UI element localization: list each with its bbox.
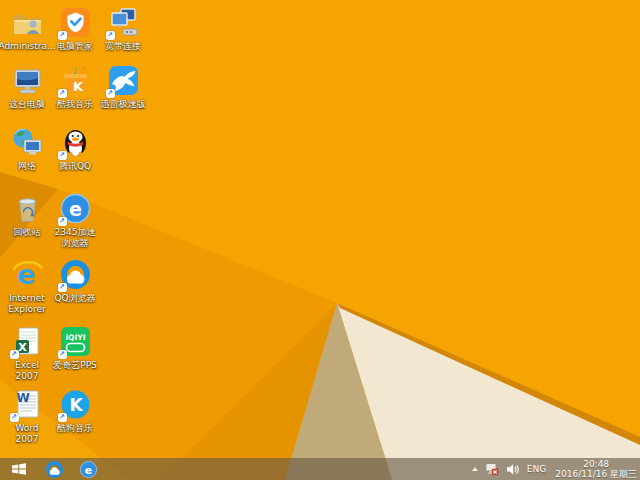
browser-e-icon: e xyxy=(79,460,98,479)
svg-text:e: e xyxy=(84,463,91,476)
icon-label: 回收站 xyxy=(14,227,41,238)
browser-e-icon: e xyxy=(59,192,92,225)
shortcut-arrow-icon xyxy=(58,89,67,98)
desktop-icon-word[interactable]: W Word 2007 xyxy=(3,388,51,445)
computer-icon xyxy=(11,64,44,97)
broadband-connection-icon xyxy=(107,6,140,39)
icon-label: 酷狗音乐 xyxy=(57,423,93,434)
svg-text:X: X xyxy=(18,341,27,354)
internet-explorer-icon: e xyxy=(11,258,44,291)
globe-network-icon xyxy=(11,126,44,159)
shortcut-arrow-icon xyxy=(58,31,67,40)
volume-icon[interactable] xyxy=(506,463,520,476)
taskbar-2345-browser[interactable]: e xyxy=(76,458,100,480)
clock-date: 2016/11/16 星期三 xyxy=(555,469,637,479)
desktop-icon-internet-explorer[interactable]: e Internet Explorer xyxy=(3,258,51,315)
desktop-icon-broadband[interactable]: 宽带连接 xyxy=(99,6,147,52)
svg-text:K: K xyxy=(69,395,83,415)
icon-label: 电脑管家 xyxy=(57,41,93,52)
desktop-icon-this-pc[interactable]: 这台电脑 xyxy=(3,64,51,110)
cloud-ring-icon xyxy=(45,460,64,479)
desktop[interactable]: Administra... 电脑管家 宽带连接 xyxy=(0,0,640,480)
shortcut-arrow-icon xyxy=(58,413,67,422)
desktop-icon-pc-manager[interactable]: 电脑管家 xyxy=(51,6,99,52)
desktop-icon-recycle-bin[interactable]: 回收站 xyxy=(3,192,51,238)
icon-label: 这台电脑 xyxy=(9,99,45,110)
excel-document-icon: X xyxy=(11,325,44,358)
desktop-icon-excel[interactable]: X Excel 2007 xyxy=(3,325,51,382)
shortcut-arrow-icon xyxy=(58,217,67,226)
taskbar: e ENG 20:48 2016/11/16 星期三 xyxy=(0,458,640,480)
icon-label: Administra... xyxy=(0,41,56,52)
system-tray: ENG 20:48 2016/11/16 星期三 xyxy=(472,458,637,480)
icon-label: 宽带连接 xyxy=(105,41,141,52)
icon-label: Excel 2007 xyxy=(3,360,51,382)
icon-label: 网络 xyxy=(18,161,36,172)
desktop-icon-qq-browser[interactable]: QQ浏览器 xyxy=(51,258,99,304)
bird-icon xyxy=(107,64,140,97)
icon-label: 迅雷极速版 xyxy=(101,99,146,110)
shortcut-arrow-icon xyxy=(58,283,67,292)
desktop-icon-kugou[interactable]: K 酷狗音乐 xyxy=(51,388,99,434)
svg-text:iQIYI: iQIYI xyxy=(65,333,85,342)
desktop-icon-iqiyi[interactable]: iQIYI 爱奇艺PPS xyxy=(51,325,99,371)
icon-label: 酷我音乐 xyxy=(57,99,93,110)
user-folder-icon xyxy=(11,6,44,39)
desktop-icon-administrator[interactable]: Administra... xyxy=(3,6,51,52)
network-status-icon[interactable] xyxy=(485,462,499,476)
shield-icon xyxy=(59,6,92,39)
icon-label: Internet Explorer xyxy=(3,293,51,315)
svg-text:e: e xyxy=(69,198,82,220)
iqiyi-tile-icon: iQIYI xyxy=(59,325,92,358)
icon-label: 腾讯QQ xyxy=(59,161,91,172)
word-document-icon: W xyxy=(11,388,44,421)
shortcut-arrow-icon xyxy=(106,89,115,98)
svg-text:♫: ♫ xyxy=(79,66,86,75)
shortcut-arrow-icon xyxy=(58,350,67,359)
icon-label: 爱奇艺PPS xyxy=(53,360,97,371)
shortcut-arrow-icon xyxy=(58,151,67,160)
desktop-icon-network[interactable]: 网络 xyxy=(3,126,51,172)
shortcut-arrow-icon xyxy=(106,31,115,40)
shortcut-arrow-icon xyxy=(10,413,19,422)
desktop-icon-2345-browser[interactable]: e 2345加速浏览器 xyxy=(51,192,99,249)
desktop-icon-thunder[interactable]: 迅雷极速版 xyxy=(99,64,147,110)
clock-time: 20:48 xyxy=(583,459,609,469)
show-hidden-icons-button[interactable] xyxy=(472,467,478,471)
cloud-ring-icon xyxy=(59,258,92,291)
desktop-icon-kuwo[interactable]: ♪ ♫ K 酷我音乐 xyxy=(51,64,99,110)
desktop-icon-qq[interactable]: 腾讯QQ xyxy=(51,126,99,172)
recycle-bin-icon xyxy=(11,192,44,225)
icon-label: Word 2007 xyxy=(3,423,51,445)
shortcut-arrow-icon xyxy=(10,350,19,359)
start-button[interactable] xyxy=(6,458,32,480)
icon-label: QQ浏览器 xyxy=(54,293,95,304)
clock[interactable]: 20:48 2016/11/16 星期三 xyxy=(555,459,637,479)
windows-logo-icon xyxy=(11,462,27,476)
taskbar-qq-browser[interactable] xyxy=(42,458,66,480)
svg-text:W: W xyxy=(16,391,29,405)
music-box-icon: ♪ ♫ K xyxy=(59,64,92,97)
icon-label: 2345加速浏览器 xyxy=(51,227,99,249)
language-indicator[interactable]: ENG xyxy=(527,464,546,474)
svg-text:K: K xyxy=(72,79,83,94)
penguin-icon xyxy=(59,126,92,159)
kugou-circle-icon: K xyxy=(59,388,92,421)
